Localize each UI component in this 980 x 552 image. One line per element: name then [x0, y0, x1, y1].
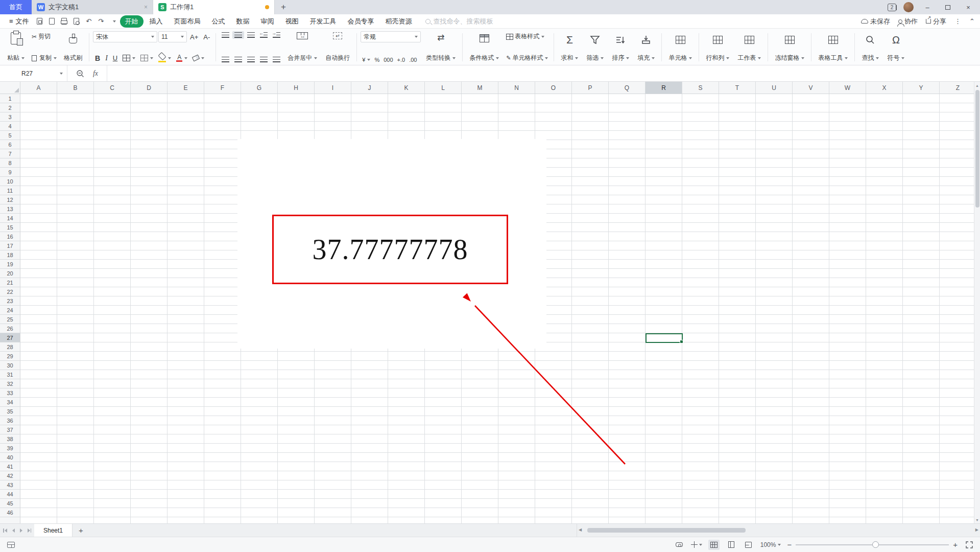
- row-header-18[interactable]: 18: [0, 250, 20, 260]
- column-header-D[interactable]: D: [131, 82, 168, 94]
- select-all-corner[interactable]: [0, 82, 20, 94]
- save-icon[interactable]: [34, 16, 45, 27]
- menu-tab-页面布局[interactable]: 页面布局: [169, 15, 206, 28]
- row-header-7[interactable]: 7: [0, 149, 20, 158]
- print-preview-icon[interactable]: [71, 16, 82, 27]
- row-header-13[interactable]: 13: [0, 204, 20, 214]
- draw-border-button[interactable]: [138, 54, 155, 62]
- column-header-B[interactable]: B: [57, 82, 94, 94]
- column-header-H[interactable]: H: [278, 82, 315, 94]
- align-bottom-button[interactable]: [245, 31, 257, 39]
- align-top-button[interactable]: [220, 31, 231, 39]
- sum-button[interactable]: Σ求和: [558, 31, 581, 63]
- column-header-F[interactable]: F: [204, 82, 241, 94]
- number-format-select[interactable]: 常规: [361, 31, 421, 42]
- row-header-3[interactable]: 3: [0, 112, 20, 122]
- last-sheet-icon[interactable]: [28, 528, 32, 533]
- font-color-button[interactable]: A: [174, 54, 189, 63]
- scroll-up-icon[interactable]: ▲: [974, 82, 980, 89]
- column-header-Y[interactable]: Y: [903, 82, 940, 94]
- export-icon[interactable]: [46, 16, 58, 27]
- row-header-10[interactable]: 10: [0, 177, 20, 186]
- share-button[interactable]: 分享: [926, 17, 946, 26]
- row-header-17[interactable]: 17: [0, 241, 20, 250]
- row-header-22[interactable]: 22: [0, 287, 20, 296]
- table-style-button[interactable]: 表格样式: [504, 31, 550, 42]
- new-tab-button[interactable]: +: [275, 0, 292, 14]
- add-sheet-button[interactable]: +: [73, 524, 89, 537]
- name-box[interactable]: R27: [0, 65, 67, 81]
- row-header-16[interactable]: 16: [0, 232, 20, 241]
- filter-button[interactable]: 筛选: [583, 31, 607, 63]
- thousands-button[interactable]: 000: [382, 56, 394, 63]
- menu-tab-数据[interactable]: 数据: [231, 15, 255, 28]
- collapse-ribbon-icon[interactable]: ⌃: [969, 17, 975, 25]
- close-button[interactable]: ×: [962, 4, 975, 11]
- type-convert-button[interactable]: ⇄ 类型转换: [423, 31, 459, 63]
- shrink-font-button[interactable]: A-: [201, 32, 212, 42]
- column-header-M[interactable]: M: [462, 82, 498, 94]
- row-header-19[interactable]: 19: [0, 260, 20, 269]
- menu-tab-视图[interactable]: 视图: [280, 15, 304, 28]
- cells-button[interactable]: 单元格: [665, 31, 695, 63]
- sort-button[interactable]: 排序: [609, 31, 632, 63]
- bold-button[interactable]: B: [93, 53, 102, 63]
- sheet-tab-Sheet1[interactable]: Sheet1: [34, 524, 73, 537]
- column-header-W[interactable]: W: [829, 82, 866, 94]
- doc-tab-工作簿1[interactable]: S工作簿1: [153, 0, 275, 14]
- column-header-E[interactable]: E: [168, 82, 204, 94]
- row-header-15[interactable]: 15: [0, 223, 20, 232]
- vertical-scrollbar[interactable]: ▲ ▼: [974, 82, 980, 523]
- collaborate-button[interactable]: 协作: [898, 17, 918, 26]
- increase-decimal-button[interactable]: +.0: [396, 56, 407, 63]
- column-header-R[interactable]: R: [646, 82, 682, 94]
- row-header-30[interactable]: 30: [0, 361, 20, 370]
- minimize-button[interactable]: –: [921, 4, 934, 11]
- row-header-24[interactable]: 24: [0, 306, 20, 315]
- row-header-14[interactable]: 14: [0, 214, 20, 223]
- row-header-32[interactable]: 32: [0, 379, 20, 388]
- column-header-V[interactable]: V: [793, 82, 829, 94]
- insert-function-icon[interactable]: fx: [93, 70, 98, 78]
- row-header-8[interactable]: 8: [0, 158, 20, 168]
- column-header-K[interactable]: K: [388, 82, 425, 94]
- home-tab[interactable]: 首页: [0, 0, 32, 14]
- column-header-X[interactable]: X: [866, 82, 903, 94]
- tab-close-icon[interactable]: ×: [144, 4, 148, 11]
- freeze-panes-button[interactable]: 冻结窗格: [772, 31, 807, 63]
- row-header-38[interactable]: 38: [0, 434, 20, 444]
- menu-tab-开始[interactable]: 开始: [120, 15, 144, 28]
- undo-icon[interactable]: ↶: [83, 16, 94, 27]
- italic-button[interactable]: I: [103, 53, 110, 63]
- save-status[interactable]: 未保存: [861, 17, 890, 26]
- fill-color-button[interactable]: [156, 53, 173, 63]
- column-header-G[interactable]: G: [241, 82, 278, 94]
- selected-cell[interactable]: [646, 333, 683, 343]
- vertical-scroll-thumb[interactable]: [975, 90, 979, 208]
- row-header-42[interactable]: 42: [0, 471, 20, 480]
- align-left-button[interactable]: [220, 56, 231, 63]
- increase-indent-button[interactable]: [271, 31, 282, 39]
- menu-tab-会员专享[interactable]: 会员专享: [343, 15, 379, 28]
- menu-tab-公式[interactable]: 公式: [207, 15, 230, 28]
- row-header-35[interactable]: 35: [0, 407, 20, 416]
- underline-button[interactable]: U: [111, 53, 119, 63]
- quick-access-caret[interactable]: [108, 16, 119, 27]
- horizontal-scroll-thumb[interactable]: [587, 528, 746, 533]
- horizontal-scrollbar[interactable]: ◀ ▶: [577, 524, 980, 537]
- first-sheet-icon[interactable]: [3, 528, 7, 533]
- zoom-slider-thumb[interactable]: [872, 541, 879, 548]
- symbol-button[interactable]: Ω符号: [884, 31, 907, 63]
- command-search[interactable]: 查找命令、搜索模板: [425, 17, 548, 26]
- find-button[interactable]: 查找: [858, 31, 882, 63]
- row-header-28[interactable]: 28: [0, 342, 20, 352]
- zoom-level[interactable]: 100%: [760, 541, 781, 548]
- column-header-Z[interactable]: Z: [940, 82, 974, 94]
- zoom-out-button[interactable]: −: [787, 540, 792, 549]
- row-header-43[interactable]: 43: [0, 480, 20, 490]
- row-header-36[interactable]: 36: [0, 416, 20, 425]
- column-header-C[interactable]: C: [94, 82, 131, 94]
- row-header-33[interactable]: 33: [0, 388, 20, 398]
- zoom-formula-icon[interactable]: [76, 70, 84, 78]
- align-middle-button[interactable]: [232, 31, 244, 39]
